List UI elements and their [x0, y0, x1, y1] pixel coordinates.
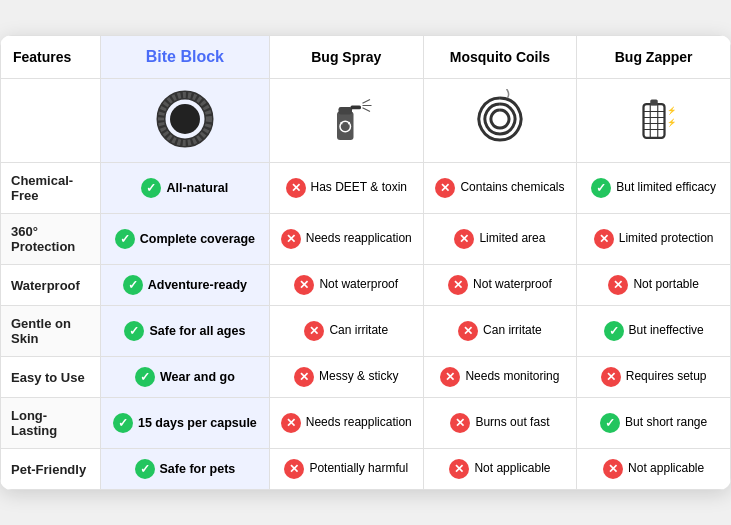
table-row: Chemical-Free✓All-natural✕Has DEET & tox… [1, 163, 731, 214]
competitor-cell: ✓But limited efficacy [577, 163, 731, 214]
feature-cell: Long-Lasting [1, 398, 101, 449]
cross-icon: ✕ [601, 367, 621, 387]
icon-row: ⚡ ⚡ [1, 79, 731, 163]
biteblock-cell: ✓Adventure-ready [100, 265, 269, 306]
check-icon: ✓ [113, 413, 133, 433]
competitor-cell: ✕Can irritate [423, 306, 577, 357]
cross-icon: ✕ [594, 229, 614, 249]
bugspray-icon-cell [269, 79, 423, 163]
svg-line-8 [363, 108, 371, 112]
table-row: 360° Protection✓Complete coverage✕Needs … [1, 214, 731, 265]
cross-icon: ✕ [603, 459, 623, 479]
cell-text: Burns out fast [475, 415, 549, 431]
biteblock-header: Bite Block [100, 36, 269, 79]
cell-text: All-natural [166, 180, 228, 196]
cell-text: Limited protection [619, 231, 714, 247]
cell-text: Can irritate [483, 323, 542, 339]
cross-icon: ✕ [281, 413, 301, 433]
cell-text: Messy & sticky [319, 369, 398, 385]
table-row: Long-Lasting✓15 days per capsule✕Needs r… [1, 398, 731, 449]
mosquito-header: Mosquito Coils [423, 36, 577, 79]
mosquito-coil-icon [470, 89, 530, 149]
cross-icon: ✕ [304, 321, 324, 341]
cell-text: Needs monitoring [465, 369, 559, 385]
cell-text: Requires setup [626, 369, 707, 385]
cross-icon: ✕ [440, 367, 460, 387]
cell-text: Can irritate [329, 323, 388, 339]
header-row: Features Bite Block Bug Spray Mosquito C… [1, 36, 731, 79]
biteblock-icon [155, 89, 215, 149]
check-icon: ✓ [115, 229, 135, 249]
biteblock-cell: ✓All-natural [100, 163, 269, 214]
feature-cell: Gentle on Skin [1, 306, 101, 357]
comparison-table-wrapper: Features Bite Block Bug Spray Mosquito C… [0, 35, 731, 490]
cell-text: Limited area [479, 231, 545, 247]
cell-text: Safe for all ages [149, 323, 245, 339]
cell-text: But limited efficacy [616, 180, 716, 196]
cell-text: Has DEET & toxin [311, 180, 407, 196]
svg-rect-21 [650, 100, 658, 106]
cell-text: Not applicable [628, 461, 704, 477]
competitor-cell: ✕Contains chemicals [423, 163, 577, 214]
cross-icon: ✕ [608, 275, 628, 295]
cell-text: Needs reapplication [306, 231, 412, 247]
check-icon: ✓ [604, 321, 624, 341]
cross-icon: ✕ [286, 178, 306, 198]
check-icon: ✓ [135, 367, 155, 387]
cell-text: Needs reapplication [306, 415, 412, 431]
cell-text: Potentially harmful [309, 461, 408, 477]
feature-cell: 360° Protection [1, 214, 101, 265]
svg-line-6 [363, 100, 371, 104]
cross-icon: ✕ [448, 275, 468, 295]
competitor-cell: ✕Needs reapplication [269, 398, 423, 449]
cell-text: Complete coverage [140, 231, 255, 247]
cross-icon: ✕ [458, 321, 478, 341]
biteblock-cell: ✓15 days per capsule [100, 398, 269, 449]
table-row: Gentle on Skin✓Safe for all ages✕Can irr… [1, 306, 731, 357]
cell-text: Adventure-ready [148, 277, 247, 293]
bugspray-header: Bug Spray [269, 36, 423, 79]
competitor-cell: ✕Not applicable [577, 449, 731, 490]
check-icon: ✓ [141, 178, 161, 198]
competitor-cell: ✓But ineffective [577, 306, 731, 357]
cross-icon: ✕ [435, 178, 455, 198]
mosquito-icon-cell [423, 79, 577, 163]
biteblock-icon-cell [100, 79, 269, 163]
cross-icon: ✕ [449, 459, 469, 479]
check-icon: ✓ [591, 178, 611, 198]
competitor-cell: ✕Limited protection [577, 214, 731, 265]
feature-cell: Easy to Use [1, 357, 101, 398]
cell-text: Contains chemicals [460, 180, 564, 196]
competitor-cell: ✕Can irritate [269, 306, 423, 357]
feature-header: Features [1, 36, 101, 79]
cell-text: Safe for pets [160, 461, 236, 477]
cross-icon: ✕ [294, 367, 314, 387]
svg-text:⚡: ⚡ [666, 106, 676, 115]
biteblock-cell: ✓Wear and go [100, 357, 269, 398]
check-icon: ✓ [124, 321, 144, 341]
check-icon: ✓ [600, 413, 620, 433]
table-row: Easy to Use✓Wear and go✕Messy & sticky✕N… [1, 357, 731, 398]
table-row: Pet-Friendly✓Safe for pets✕Potentially h… [1, 449, 731, 490]
competitor-cell: ✕Not waterproof [423, 265, 577, 306]
bug-zapper-icon: ⚡ ⚡ [624, 89, 684, 149]
biteblock-cell: ✓Complete coverage [100, 214, 269, 265]
zapper-icon-cell: ⚡ ⚡ [577, 79, 731, 163]
cell-text: Not applicable [474, 461, 550, 477]
cell-text: Not waterproof [473, 277, 552, 293]
competitor-cell: ✕Not applicable [423, 449, 577, 490]
cross-icon: ✕ [454, 229, 474, 249]
competitor-cell: ✕Potentially harmful [269, 449, 423, 490]
competitor-cell: ✕Has DEET & toxin [269, 163, 423, 214]
svg-rect-12 [643, 104, 664, 138]
competitor-cell: ✕Requires setup [577, 357, 731, 398]
svg-point-2 [170, 104, 200, 134]
biteblock-cell: ✓Safe for pets [100, 449, 269, 490]
competitor-cell: ✕Messy & sticky [269, 357, 423, 398]
cross-icon: ✕ [294, 275, 314, 295]
competitor-cell: ✕Not waterproof [269, 265, 423, 306]
cell-text: Wear and go [160, 369, 235, 385]
zapper-header: Bug Zapper [577, 36, 731, 79]
table-row: Waterproof✓Adventure-ready✕Not waterproo… [1, 265, 731, 306]
check-icon: ✓ [123, 275, 143, 295]
